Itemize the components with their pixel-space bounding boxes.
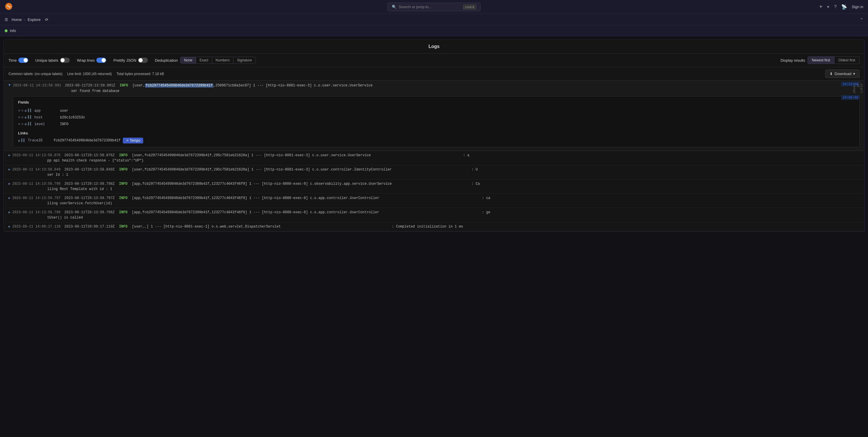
help-icon[interactable]: ? — [834, 4, 837, 10]
timeline-time-bottom: 14:08:48 — [841, 95, 860, 100]
field-icons-host: ⊕ ⊖ ◉ ▌▌ — [18, 115, 32, 120]
bar-chart-icon[interactable]: ▌▌ — [28, 122, 32, 126]
logs-toolbar: Time Unique labels Wrap lines Prettify J… — [4, 54, 864, 67]
dedup-numbers-button[interactable]: Numbers — [212, 57, 234, 63]
notifications-icon[interactable]: 📡 — [841, 4, 847, 10]
expanded-log-entry: ▼ 2023-08-11 14:13:58.991 2023-08-11T20:… — [4, 80, 864, 151]
chevron-down-icon: ▾ — [853, 72, 855, 76]
plus-button[interactable]: + — [819, 4, 823, 10]
collapse-arrow: ▶ — [8, 224, 10, 229]
zoom-in-icon[interactable]: ⊕ — [18, 115, 20, 120]
link-icons: ◉ ▌▌ — [18, 138, 26, 143]
zoom-in-icon[interactable]: ⊕ — [18, 108, 20, 113]
prettify-json-label: Prettify JSON — [113, 58, 136, 63]
status-dot — [5, 29, 7, 32]
field-name-level: level — [34, 122, 58, 126]
field-icons-level: ⊕ ⊖ ◉ ▌▌ — [18, 122, 32, 126]
collapse-button[interactable]: ⌃ — [860, 18, 863, 22]
links-title: Links — [18, 131, 855, 135]
log-timestamp: 2023-08-11T20:13:58.991Z — [65, 83, 117, 88]
log-entry[interactable]: ▶ 2023-08-11 14:13:58.876 2023-08-11T20:… — [4, 151, 864, 165]
chevron-down-icon: ▾ — [827, 4, 829, 10]
display-results-group: Display results Newest first Oldest firs… — [780, 57, 860, 64]
top-nav: 🔍 Search or jump to... cmd+k + ▾ ? 📡 Sig… — [0, 0, 868, 14]
field-row-app: ⊕ ⊖ ◉ ▌▌ app user — [18, 107, 855, 114]
unique-labels-item: Unique labels — [35, 58, 70, 63]
log-level: INFO — [120, 83, 130, 88]
collapse-arrow: ▶ — [8, 153, 10, 158]
start-of-range-label: Start of range — [852, 84, 863, 93]
breadcrumb-separator: › — [24, 18, 25, 22]
field-name-host: host — [34, 115, 58, 120]
wrap-lines-toggle[interactable] — [96, 58, 106, 63]
log-entry[interactable]: ▶ 2023-08-11 14:13:58.849 2023-08-11T20:… — [4, 165, 864, 179]
logs-meta: Common labels: (no unique labels) Line l… — [4, 67, 864, 80]
zoom-out-icon[interactable]: ⊖ — [21, 122, 23, 126]
explore-link[interactable]: Explore — [28, 18, 40, 22]
bar-chart-icon[interactable]: ▌▌ — [21, 138, 25, 143]
log-entry[interactable]: ▶ 2023-08-11 14:13:58.798 2023-08-11T20:… — [4, 179, 864, 194]
zoom-out-icon[interactable]: ⊖ — [21, 108, 23, 113]
unique-labels-label: Unique labels — [35, 58, 58, 63]
filter-icon[interactable]: ◉ — [25, 115, 27, 120]
field-row-host: ⊕ ⊖ ◉ ▌▌ host b20c1c63253c — [18, 114, 855, 121]
dedup-none-button[interactable]: None — [181, 57, 196, 63]
bar-chart-icon[interactable]: ▌▌ — [28, 108, 32, 113]
dedup-exact-button[interactable]: Exact — [196, 57, 212, 63]
field-value-app: user — [60, 109, 68, 113]
field-name-app: app — [34, 109, 58, 113]
expand-arrow: ▼ — [8, 83, 10, 87]
log-entry[interactable]: ▶ 2023-08-11 14:13:58.796 2023-08-11T20:… — [4, 208, 864, 222]
total-bytes-item: Total bytes processed: 7.18 kB — [117, 72, 164, 76]
filter-icon[interactable]: ◉ — [25, 108, 27, 113]
prettify-json-toggle[interactable] — [138, 58, 148, 63]
unique-labels-toggle[interactable] — [60, 58, 70, 63]
search-shortcut: cmd+k — [463, 5, 476, 9]
oldest-first-button[interactable]: Oldest first — [835, 57, 859, 64]
bar-chart-icon[interactable]: ▌▌ — [28, 115, 32, 120]
logs-title: Logs — [4, 40, 864, 54]
field-value-level: INFO — [60, 122, 68, 126]
collapse-arrow: ▶ — [8, 181, 10, 187]
filter-icon[interactable]: ◉ — [25, 122, 27, 126]
share-icon[interactable]: ⟳ — [45, 18, 48, 22]
download-button[interactable]: ⬇ Download ▾ — [825, 70, 860, 78]
expanded-entry-header[interactable]: ▼ 2023-08-11 14:13:58.991 2023-08-11T20:… — [4, 80, 864, 96]
eye-icon[interactable]: ◉ — [18, 138, 20, 143]
breadcrumb-bar: ☰ Home › Explore ⟳ ⌃ — [0, 14, 868, 26]
zoom-in-icon[interactable]: ⊕ — [18, 122, 20, 126]
top-nav-right: + ▾ ? 📡 Sign in — [819, 4, 863, 10]
trace-id-highlight: fcb29774545499846de3d7672399b41f — [145, 83, 213, 88]
home-link[interactable]: Home — [12, 18, 22, 22]
log-time: 2023-08-11 14:13:58.991 — [13, 83, 63, 88]
external-link-icon: ↗ — [126, 138, 129, 142]
log-entries: ▼ 2023-08-11 14:13:58.991 2023-08-11T20:… — [4, 80, 864, 231]
search-icon: 🔍 — [392, 5, 397, 9]
fields-panel: Fields ⊕ ⊖ ◉ ▌▌ app user ⊕ ⊖ ◉ — [13, 96, 860, 147]
collapse-arrow: ▶ — [8, 196, 10, 201]
log-entry[interactable]: ▶ 2023-08-11 14:09:17.110 2023-08-11T20:… — [4, 222, 864, 231]
common-labels-item: Common labels: (no unique labels) — [8, 72, 62, 76]
log-text: [user,fcb29774545499846de3d7672399b41f,2… — [132, 83, 373, 88]
collapse-arrow: ▶ — [8, 167, 10, 172]
newest-first-button[interactable]: Newest first — [808, 57, 835, 64]
wrap-lines-label: Wrap lines — [77, 58, 95, 63]
log-entry[interactable]: ▶ 2023-08-11 14:13:58.797 2023-08-11T20:… — [4, 194, 864, 208]
menu-button[interactable]: ☰ — [5, 18, 8, 22]
collapse-arrow: ▶ — [8, 210, 10, 215]
info-label: info — [10, 29, 16, 33]
search-bar[interactable]: 🔍 Search or jump to... cmd+k — [388, 3, 480, 11]
tempo-button[interactable]: ↗ Tempo — [123, 138, 143, 143]
link-value-traceid: fcb29774545499846de3d7672399b41f — [54, 138, 121, 142]
link-name-traceid: TraceID — [28, 138, 51, 142]
search-placeholder: Search or jump to... — [399, 5, 432, 9]
field-row-level: ⊕ ⊖ ◉ ▌▌ level INFO — [18, 121, 855, 128]
wrap-lines-item: Wrap lines — [77, 58, 106, 63]
sign-in-button[interactable]: Sign in — [852, 5, 863, 9]
link-row-traceid: ◉ ▌▌ TraceID fcb29774545499846de3d767239… — [18, 138, 855, 143]
time-toggle[interactable] — [18, 58, 28, 63]
dedup-signature-button[interactable]: Signature — [234, 57, 255, 63]
zoom-out-icon[interactable]: ⊖ — [21, 115, 23, 120]
logs-panel: Logs Time Unique labels Wrap lines Prett… — [3, 40, 865, 232]
time-toggle-item: Time — [8, 58, 28, 63]
